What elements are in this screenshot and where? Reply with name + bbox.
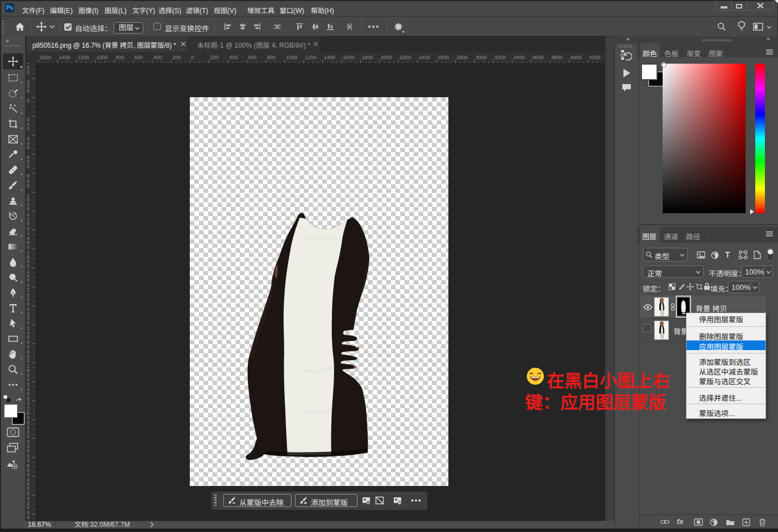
svg-text:1400: 1400 [324,55,335,60]
svg-text:3400: 3400 [513,55,525,60]
svg-text:4200: 4200 [589,55,601,60]
svg-text:400: 400 [153,55,162,60]
svg-text:1600: 1600 [40,55,51,60]
svg-text:1000: 1000 [286,55,297,60]
svg-text:0: 0 [27,145,30,151]
svg-text:2800: 2800 [456,55,468,60]
svg-text:1800: 1800 [362,55,373,60]
svg-text:3800: 3800 [551,55,563,60]
svg-text:3200: 3200 [494,55,506,60]
svg-text:2200: 2200 [400,55,411,60]
svg-text:2600: 2600 [438,55,449,60]
svg-text:1000: 1000 [97,55,108,60]
svg-text:1400: 1400 [59,55,70,60]
svg-text:2000: 2000 [381,55,392,60]
svg-text:1200: 1200 [78,55,89,60]
svg-text:0: 0 [192,55,194,60]
svg-text:0: 0 [27,183,30,189]
svg-text:800: 800 [115,55,124,60]
svg-text:600: 600 [248,55,257,60]
svg-text:400: 400 [229,55,238,60]
svg-text:600: 600 [135,55,143,60]
svg-text:0: 0 [27,69,30,75]
svg-text:200: 200 [172,55,181,60]
svg-text:0: 0 [27,98,30,103]
svg-text:0: 0 [27,126,30,132]
svg-text:4000: 4000 [570,55,581,60]
svg-text:1200: 1200 [305,55,317,60]
svg-text:800: 800 [267,55,276,60]
svg-text:3600: 3600 [532,55,544,60]
svg-text:2400: 2400 [419,55,430,60]
svg-text:200: 200 [210,55,219,60]
svg-text:0: 0 [27,164,30,169]
svg-text:0: 0 [27,88,30,94]
svg-text:3000: 3000 [476,55,487,60]
svg-text:1600: 1600 [343,55,354,60]
